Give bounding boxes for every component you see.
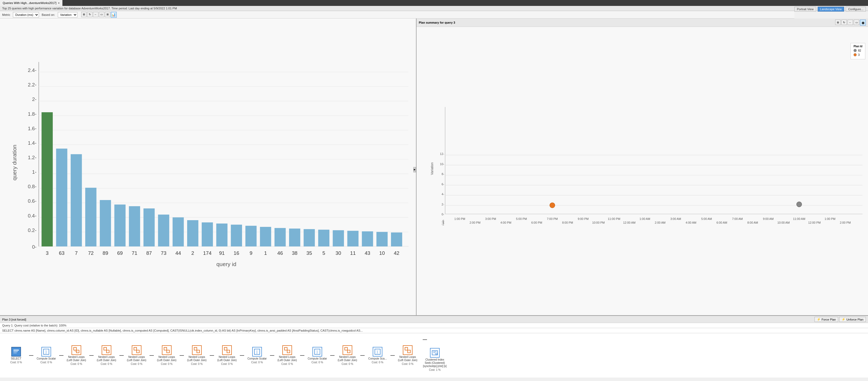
bar-11[interactable]: [347, 231, 359, 246]
bar-16[interactable]: [231, 225, 242, 246]
connector-2: [59, 355, 63, 356]
plan-node-compute4-cost: Cost: 0 %: [372, 361, 383, 364]
plan-node-compute1[interactable]: ∑ Compute Scalar Cost: 0 %: [35, 347, 57, 364]
variation-select[interactable]: Variation: [58, 12, 78, 18]
connector-3: [89, 355, 94, 356]
bar-5[interactable]: [318, 230, 330, 246]
bar-91[interactable]: [216, 223, 227, 246]
plan-node-nested2[interactable]: Nested Loops(Left Outer Join) Cost: 0 %: [96, 345, 117, 366]
plan-node-nested1[interactable]: Nested Loops(Left Outer Join) Cost: 0 %: [66, 345, 87, 366]
svg-rect-117: [224, 347, 227, 350]
forward-button[interactable]: ▭: [99, 12, 104, 17]
bar-2[interactable]: [187, 220, 198, 246]
landscape-view-button[interactable]: Landscape View: [818, 7, 844, 11]
metric-select[interactable]: Duration (ms): [13, 12, 39, 18]
bar-chart-area[interactable]: query duration 0- 0.2- 0.4- 0.6- 0.8- 1-: [0, 19, 416, 315]
legend-dot-82: [854, 49, 857, 52]
bar-44[interactable]: [173, 217, 184, 246]
bar-30[interactable]: [333, 230, 344, 246]
main-tab[interactable]: Queries With High...dventureWorks2017] ×: [0, 0, 63, 6]
bar-71[interactable]: [129, 206, 140, 246]
plan-node-clustered-seek[interactable]: Clustered Index Seek (Clustered)[sysclso…: [423, 348, 447, 371]
bar-35[interactable]: [304, 229, 315, 246]
bar-69[interactable]: [114, 205, 126, 246]
right-panel-toolbar: ⊞ ↻ ← ▭ ◉: [835, 20, 866, 26]
bar-9[interactable]: [246, 226, 257, 246]
plan-node-nested8-cost: Cost: 0 %: [341, 362, 353, 366]
plan-node-compute2[interactable]: ∑ Compute Scalar Cost: 0 %: [246, 347, 268, 364]
svg-text:-6: -6: [442, 219, 444, 222]
svg-text:∑: ∑: [256, 350, 258, 354]
svg-text:2.4-: 2.4-: [28, 67, 37, 73]
scatter-zoom-button[interactable]: ⊞: [835, 20, 841, 25]
svg-rect-109: [104, 347, 106, 350]
tab-close-button[interactable]: ×: [58, 2, 60, 5]
connector-6: [180, 355, 184, 356]
svg-text:5: 5: [322, 250, 325, 256]
plan-node-nested8[interactable]: Nested Loops(Left Outer Join) Cost: 0 %: [337, 345, 358, 366]
plan-node-compute3[interactable]: ∑ Compute Scalar Cost: 0 %: [307, 347, 328, 364]
bar-63[interactable]: [56, 148, 67, 246]
grid-button[interactable]: ⊞: [105, 12, 110, 17]
plan-node-compute4[interactable]: ∑ Compute Sca... Cost: 0 %: [367, 347, 388, 364]
svg-rect-126: [347, 350, 350, 353]
configure-button[interactable]: Configure...: [846, 7, 866, 11]
bar-10[interactable]: [376, 232, 388, 246]
plan-node-nested4[interactable]: Nested Loops(Left Outer Join) Cost: 0 %: [156, 345, 178, 366]
bar-7[interactable]: [71, 154, 82, 246]
plan-node-select[interactable]: SELECT Cost: 0 %: [5, 347, 27, 364]
force-plan-icon: ⚡: [817, 318, 821, 321]
bar-72[interactable]: [85, 188, 96, 246]
chart-type-button[interactable]: 📊: [111, 12, 117, 18]
plan-node-nested6[interactable]: Nested Loops(Left Outer Join) Cost: 0 %: [216, 345, 238, 366]
connector-8: [240, 355, 244, 356]
zoom-button[interactable]: ⊞: [81, 12, 87, 17]
svg-text:0.2-: 0.2-: [28, 228, 37, 233]
force-plan-button[interactable]: ⚡ Force Plan: [814, 317, 838, 322]
back-button[interactable]: ←: [93, 12, 98, 17]
svg-rect-111: [134, 347, 136, 350]
svg-text:2-: 2-: [442, 203, 444, 206]
plan-node-nested9-cost: Cost: 0 %: [402, 362, 413, 366]
plan-node-nested5[interactable]: Nested Loops(Left Outer Join) Cost: 0 %: [186, 345, 208, 366]
svg-text:∑: ∑: [45, 350, 47, 354]
unforce-plan-button[interactable]: ⚡ Unforce Plan: [839, 317, 866, 322]
plan-node-nested5-cost: Cost: 0 %: [191, 362, 203, 366]
scatter-dot-plan3[interactable]: [550, 203, 555, 208]
bar-38[interactable]: [289, 229, 300, 246]
svg-text:42: 42: [394, 250, 399, 256]
left-panel-toggle[interactable]: ▶: [413, 167, 416, 172]
svg-text:0.6-: 0.6-: [28, 198, 37, 204]
svg-rect-118: [227, 350, 230, 353]
scatter-back-button[interactable]: ←: [847, 20, 853, 25]
right-panel-header: Plan summary for query 3 ⊞ ↻ ← ▭ ◉: [416, 19, 868, 27]
scatter-chart-button[interactable]: ◉: [860, 20, 866, 26]
tab-bar: Queries With High...dventureWorks2017] ×: [0, 0, 868, 6]
bar-43[interactable]: [362, 232, 373, 246]
bar-89[interactable]: [100, 200, 111, 246]
scatter-refresh-button[interactable]: ↻: [841, 20, 847, 25]
scatter-chart-area[interactable]: 0- 2- 4- 6- 8- 10- 12- -2 -4 -6: [416, 27, 868, 315]
scatter-forward-button[interactable]: ▭: [854, 20, 859, 25]
connector-9: [270, 355, 274, 356]
query-cost-text: Query 1: Query cost (relative to the bat…: [2, 324, 66, 327]
bar-73[interactable]: [158, 214, 169, 246]
plan-node-nested9[interactable]: Nested Loops(Left Outer Join) Cost: 0 %: [397, 345, 418, 366]
bar-174[interactable]: [202, 222, 213, 246]
refresh-button[interactable]: ↻: [87, 12, 93, 17]
bar-1[interactable]: [260, 227, 271, 246]
plan-node-nested1-cost: Cost: 0 %: [70, 362, 82, 366]
svg-text:3: 3: [46, 250, 49, 256]
plan-node-nested7[interactable]: Nested Loops(Left Outer Join) Cost: 0 %: [276, 345, 298, 366]
portrait-view-button[interactable]: Portrait View: [794, 7, 816, 11]
plan-node-nested3[interactable]: Nested Loops(Left Outer Join) Cost: 0 %: [126, 345, 147, 366]
bar-3[interactable]: [42, 112, 53, 246]
scatter-dot-plan82[interactable]: [797, 202, 802, 207]
bar-87[interactable]: [144, 208, 155, 246]
bar-42[interactable]: [391, 233, 402, 246]
connector-13: [391, 355, 395, 356]
plan-flow-area[interactable]: SELECT Cost: 0 % ∑ Compute Scalar Cost: …: [0, 333, 868, 378]
connector-1: [29, 355, 33, 356]
svg-text:3:00 AM: 3:00 AM: [671, 217, 681, 220]
bar-46[interactable]: [275, 228, 286, 246]
